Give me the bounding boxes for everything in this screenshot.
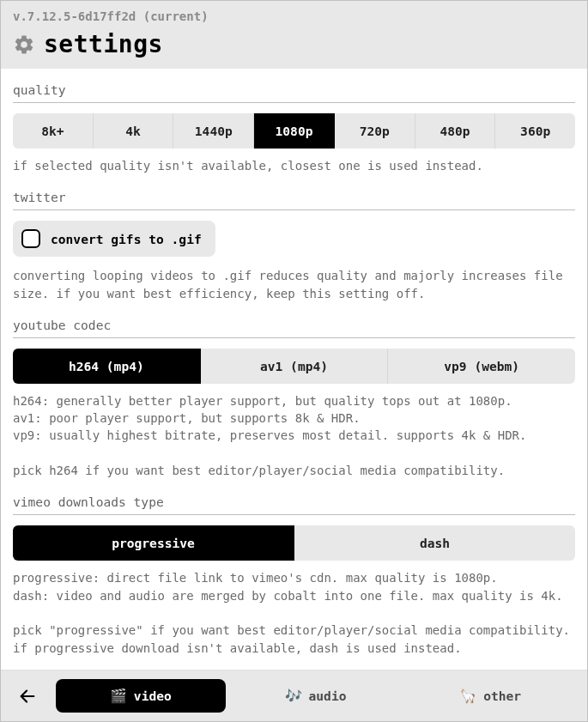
- quality-option[interactable]: 4k: [94, 113, 174, 149]
- video-tab-icon: 🎬: [110, 688, 127, 704]
- twitter-help: converting looping videos to .gif reduce…: [13, 267, 575, 302]
- youtube-help: h264: generally better player support, b…: [13, 392, 575, 479]
- youtube-codec-segmented: h264 (mp4)av1 (mp4)vp9 (webm): [13, 349, 575, 384]
- tabs: 🎬video🎶audio🦙other: [56, 679, 575, 713]
- divider: [13, 514, 575, 515]
- audio-tab-icon: 🎶: [285, 688, 302, 704]
- checkbox-box-icon: [21, 229, 40, 248]
- vimeo-type-segmented: progressivedash: [13, 525, 575, 561]
- section-label-twitter: twitter: [13, 190, 575, 204]
- audio-tab-label: audio: [309, 689, 347, 703]
- quality-segmented: 8k+4k1440p1080p720p480p360p: [13, 113, 575, 149]
- quality-option[interactable]: 480p: [415, 113, 496, 149]
- settings-window: v.7.12.5-6d17ff2d (current) settings qua…: [0, 0, 588, 722]
- twitter-gif-label: convert gifs to .gif: [51, 232, 202, 246]
- bottom-tab-bar: 🎬video🎶audio🦙other: [1, 670, 587, 721]
- section-label-vimeo: vimeo downloads type: [13, 494, 575, 509]
- vimeo-type-option[interactable]: dash: [294, 525, 575, 561]
- youtube-codec-option[interactable]: av1 (mp4): [201, 349, 389, 384]
- content-scroll[interactable]: quality 8k+4k1440p1080p720p480p360p if s…: [1, 69, 587, 670]
- youtube-codec-option[interactable]: vp9 (webm): [388, 349, 575, 384]
- twitter-gif-checkbox[interactable]: convert gifs to .gif: [13, 221, 215, 257]
- header: v.7.12.5-6d17ff2d (current) settings: [1, 1, 587, 69]
- divider: [13, 337, 575, 338]
- quality-option[interactable]: 1080p: [254, 113, 335, 149]
- quality-option[interactable]: 360p: [495, 113, 575, 149]
- gear-icon: [13, 33, 35, 56]
- quality-help: if selected quality isn't available, clo…: [13, 157, 575, 174]
- video-tab-label: video: [134, 689, 172, 703]
- vimeo-type-option[interactable]: progressive: [13, 525, 294, 561]
- section-label-quality: quality: [13, 82, 575, 97]
- vimeo-help: progressive: direct file link to vimeo's…: [13, 569, 575, 656]
- divider: [13, 102, 575, 103]
- back-button[interactable]: [13, 682, 42, 711]
- divider: [13, 209, 575, 210]
- section-label-youtube: youtube codec: [13, 318, 575, 332]
- quality-option[interactable]: 8k+: [13, 113, 94, 149]
- tab-audio[interactable]: 🎶audio: [231, 679, 401, 713]
- other-tab-label: other: [483, 689, 521, 703]
- arrow-left-icon: [18, 687, 37, 706]
- page-title: settings: [44, 30, 163, 58]
- youtube-codec-option[interactable]: h264 (mp4): [13, 349, 201, 384]
- quality-option[interactable]: 720p: [335, 113, 415, 149]
- tab-other[interactable]: 🦙other: [405, 679, 575, 713]
- title-row: settings: [13, 30, 575, 58]
- quality-option[interactable]: 1440p: [173, 113, 254, 149]
- version-string: v.7.12.5-6d17ff2d (current): [13, 9, 575, 23]
- other-tab-icon: 🦙: [459, 688, 476, 704]
- tab-video[interactable]: 🎬video: [56, 679, 226, 713]
